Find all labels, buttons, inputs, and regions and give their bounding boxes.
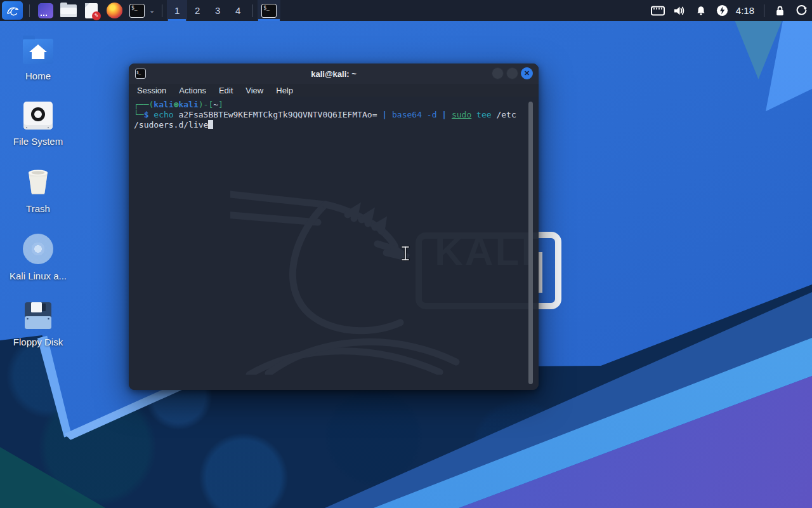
window-menubar: Session Actions Edit View Help <box>129 84 539 97</box>
menu-help[interactable]: Help <box>270 86 299 95</box>
workspace-switcher: 1 2 3 4 <box>167 0 248 21</box>
menu-view[interactable]: View <box>239 86 270 95</box>
disc-icon <box>23 234 53 264</box>
drive-icon <box>23 102 53 130</box>
firefox-icon <box>107 3 122 18</box>
menu-session[interactable]: Session <box>137 86 173 95</box>
workspace-4[interactable]: 4 <box>228 0 248 21</box>
volume-control[interactable] <box>669 5 690 17</box>
ibeam-cursor <box>400 245 411 262</box>
desktop-icon-label: Floppy Disk <box>13 337 63 347</box>
panel-separator <box>29 4 30 17</box>
window-title: kali@kali: ~ <box>129 69 539 79</box>
home-folder-icon <box>23 39 53 64</box>
launcher-appfinder[interactable] <box>37 3 54 19</box>
desktop-icon-file-system[interactable]: File System <box>6 102 70 147</box>
desktop-icon-trash[interactable]: Trash <box>6 168 70 214</box>
floppy-icon <box>23 301 53 330</box>
workspace-1[interactable]: 1 <box>167 0 187 21</box>
terminal-cursor <box>208 120 213 129</box>
terminal-icon: $_ <box>261 4 277 18</box>
desktop-icon-label: Kali Linux a... <box>10 271 67 281</box>
desktop-icon-label: Trash <box>26 203 50 214</box>
desktop-root: ✎ $_ ⌄ 1 2 3 4 $_ <box>0 0 812 508</box>
terminal-scrollbar[interactable] <box>528 102 533 384</box>
desktop-icon-home[interactable]: Home <box>6 35 70 81</box>
chevron-down-icon[interactable]: ⌄ <box>149 6 155 15</box>
folder-icon <box>60 4 77 17</box>
home-glyph-icon <box>23 39 53 64</box>
terminal-watermark-text: KALI <box>435 246 534 257</box>
desktop-icon-kali-cd[interactable]: Kali Linux a... <box>6 234 70 281</box>
terminal-output: ┌──(kali⊛kali)-[~]└─$ echo a2FsaSBBTEw9K… <box>134 100 530 130</box>
top-panel: ✎ $_ ⌄ 1 2 3 4 $_ <box>0 0 812 21</box>
desktop-icon-label: Home <box>25 70 51 81</box>
keyboard-icon <box>651 6 665 16</box>
logout-button[interactable] <box>790 4 812 17</box>
desktop-icon-label: File System <box>13 136 63 147</box>
panel-separator <box>162 4 162 17</box>
maximize-button[interactable] <box>506 67 518 79</box>
keyboard-indicator[interactable] <box>647 6 669 16</box>
launcher-file-manager[interactable] <box>60 3 77 19</box>
minimize-button[interactable] <box>492 67 504 79</box>
power-manager[interactable] <box>712 4 733 17</box>
menu-edit[interactable]: Edit <box>213 86 239 95</box>
lock-screen-button[interactable] <box>769 5 790 17</box>
bell-icon <box>695 5 707 17</box>
logout-arrow-icon <box>796 4 808 17</box>
launcher-firefox[interactable] <box>106 3 122 19</box>
workspace-3[interactable]: 3 <box>207 0 228 21</box>
launcher-terminal[interactable]: $_ <box>129 3 145 19</box>
volume-icon <box>673 5 686 17</box>
lock-icon <box>775 5 785 17</box>
terminal-content[interactable]: KALI ┌──(kali⊛kali)-[~]└─$ echo a2FsaSBB… <box>129 97 539 390</box>
workspace-2[interactable]: 2 <box>187 0 207 21</box>
close-button[interactable]: ✕ <box>521 67 533 79</box>
desktop-icon-floppy[interactable]: Floppy Disk <box>6 301 70 347</box>
panel-separator <box>764 4 764 17</box>
menu-actions[interactable]: Actions <box>173 86 213 95</box>
document-edit-icon: ✎ <box>85 3 98 18</box>
appfinder-icon <box>38 3 53 18</box>
launcher-text-editor[interactable]: ✎ <box>83 3 100 19</box>
panel-separator <box>252 4 253 17</box>
taskbar-item-terminal[interactable]: $_ <box>258 0 280 21</box>
kali-dragon-icon <box>6 4 20 18</box>
terminal-window[interactable]: $_ kali@kali: ~ ✕ Session Actions Edit V… <box>129 64 539 390</box>
window-titlebar[interactable]: $_ kali@kali: ~ ✕ <box>129 64 539 84</box>
trash-icon <box>23 168 53 197</box>
notifications[interactable] <box>690 5 712 17</box>
terminal-icon: $_ <box>129 4 145 18</box>
clock[interactable]: 4:18 <box>733 5 759 16</box>
system-tray: 4:18 <box>647 4 812 17</box>
bolt-circle-icon <box>716 4 728 17</box>
kali-menu-button[interactable] <box>2 1 23 20</box>
